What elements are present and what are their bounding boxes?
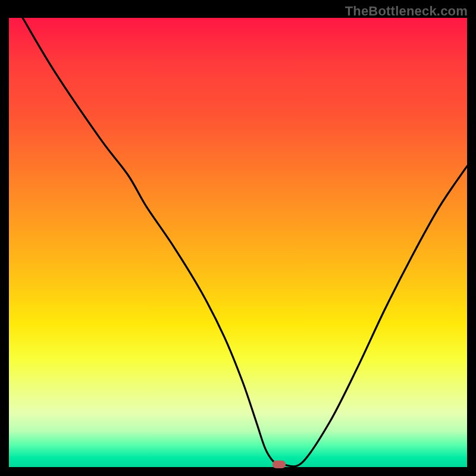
optimum-marker — [273, 461, 286, 468]
plot-area — [9, 18, 467, 467]
watermark-text: TheBottleneck.com — [345, 4, 468, 19]
bottleneck-curve — [23, 18, 467, 466]
curve-svg — [9, 18, 467, 467]
chart-frame: TheBottleneck.com — [0, 0, 476, 476]
